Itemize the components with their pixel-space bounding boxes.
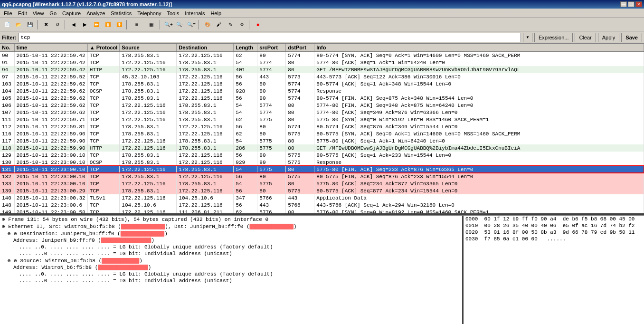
table-row[interactable]: 1392015-10-11 22:23:00.29TCP178.255.83.1… (0, 187, 644, 194)
title-bar: qq6.pcapng [Wireshark 1.12.7 (v1.12.7-0-… (0, 0, 644, 9)
table-row[interactable]: 1122015-10-11 22:22:59.81TCP178.255.83.1… (0, 123, 644, 130)
detail-line[interactable]: .... ..0. .... .... .... .... = LG bit: … (0, 244, 462, 250)
menu-go[interactable]: Go (47, 10, 59, 17)
packet-list-area[interactable]: No. time ▲ Protocol Source Destination L… (0, 44, 644, 215)
close-button[interactable]: ✕ (635, 1, 642, 7)
menu-telephony[interactable]: Telephony (134, 10, 164, 17)
cell-dstport: 5775 (286, 173, 314, 180)
cell-length: 62 (234, 130, 257, 137)
table-row[interactable]: 902015-10-11 22:22:59.42TCP178.255.83.11… (0, 52, 644, 59)
table-row[interactable]: 1062015-10-11 22:22:59.62TCP172.22.125.1… (0, 102, 644, 109)
table-row[interactable]: 1312015-10-11 22:23:00.10TCP172.22.125.1… (0, 166, 644, 173)
menu-tools[interactable]: Tools (164, 10, 182, 17)
col-header-time[interactable]: time (14, 44, 87, 52)
tb-save[interactable]: 💾 (25, 19, 35, 30)
table-row[interactable]: 1402015-10-11 22:23:00.32TLSv1172.22.125… (0, 194, 644, 201)
detail-line[interactable]: ⊖ ⊖ Source: WistroN_b6:f5:b8 (██████████… (0, 257, 462, 264)
minimize-button[interactable]: — (620, 1, 627, 7)
cell-srcport: 5766 (257, 194, 286, 201)
cell-no: 90 (0, 52, 14, 59)
col-header-srcport[interactable]: srcPort (257, 44, 286, 52)
tb-forward[interactable]: ▶ (80, 19, 90, 30)
maximize-button[interactable]: □ (628, 1, 635, 7)
menu-statistics[interactable]: Statistics (108, 10, 134, 17)
tb-close[interactable]: ✖ (41, 19, 51, 30)
filter-dropdown-btn[interactable]: ▼ (523, 33, 532, 42)
detail-line[interactable]: .... ..0. .... .... .... .... = LG bit: … (0, 271, 462, 277)
tb-zoom-out[interactable]: 🔍- (175, 19, 185, 30)
tb-list2[interactable]: ▦ (144, 19, 158, 30)
table-row[interactable]: 1162015-10-11 22:22:59.90TCP178.255.83.1… (0, 130, 644, 137)
col-header-no[interactable]: No. (0, 44, 14, 52)
detail-line[interactable]: Address: WistroN_b6:f5:b8 (█████████████… (0, 264, 462, 271)
col-header-length[interactable]: Length (234, 44, 257, 52)
table-row[interactable]: 1042015-10-11 22:22:59.62OCSP178.255.83.… (0, 87, 644, 95)
table-row[interactable]: 1072015-10-11 22:22:59.62TCP172.22.125.1… (0, 109, 644, 116)
detail-line[interactable]: Address: JuniperN_b9:ff:f0 (████████████… (0, 237, 462, 244)
clear-button[interactable]: Clear (575, 33, 596, 42)
col-header-protocol[interactable]: ▲ Protocol (87, 44, 120, 52)
detail-line[interactable]: ⊕ Ethernet II, Src: wistroN_b6:f5:b8 (██… (0, 223, 462, 230)
cell-dstport: 5774 (286, 80, 314, 87)
tb-nav3[interactable]: ⏩ (91, 19, 102, 30)
expression-button[interactable]: Expression... (534, 33, 573, 42)
table-row[interactable]: 1332015-10-11 22:23:00.10TCP172.22.125.1… (0, 180, 644, 187)
table-row[interactable]: 1172015-10-11 22:22:59.90TCP172.22.125.1… (0, 137, 644, 144)
menu-internals[interactable]: Internals (182, 10, 208, 17)
cell-info: Application Data (314, 194, 644, 201)
col-header-destination[interactable]: Destination (177, 44, 234, 52)
tb-back[interactable]: ◀ (68, 19, 79, 30)
col-header-info[interactable]: Info (314, 44, 644, 52)
tb-color3[interactable]: ✎ (225, 19, 236, 30)
menu-edit[interactable]: Edit (15, 10, 30, 17)
hex-content: 0000 00 1f 12 b9 ff f0 90 a4 de b6 f5 b8… (464, 216, 644, 242)
table-row[interactable]: 1482015-10-11 22:23:00.6TCP104.25.10.617… (0, 201, 644, 209)
table-row[interactable]: 972015-10-11 22:22:59.52TCP45.32.10.1031… (0, 73, 644, 80)
tb-color1[interactable]: 🎨 (202, 19, 213, 30)
tb-zoom-fit[interactable]: 🔍= (186, 19, 197, 30)
table-row[interactable]: 1292015-10-11 22:23:00.10TCP178.255.83.1… (0, 152, 644, 159)
menu-view[interactable]: View (30, 10, 47, 17)
tb-open[interactable]: 📂 (13, 19, 24, 30)
table-row[interactable]: 1182015-10-11 22:22:59.90HTTP172.22.125.… (0, 144, 644, 152)
cell-source: 45.32.10.103 (120, 73, 177, 80)
table-row[interactable]: 942015-10-11 22:22:59.42HTTP172.22.125.1… (0, 66, 644, 73)
tb-nav4[interactable]: ⏫ (103, 19, 113, 30)
tb-new[interactable]: 📄 (2, 19, 12, 30)
cell-destination: 178.255.83.1 (177, 166, 234, 173)
table-row[interactable]: 1302015-10-11 22:23:00.10OCSP178.255.83.… (0, 159, 644, 166)
menu-file[interactable]: File (1, 10, 15, 17)
detail-line[interactable]: ⊖ ⊖ Destination: JuniperN_b9:ff:f0 (████… (0, 230, 462, 237)
tb-color4[interactable]: ⚙ (237, 19, 247, 30)
apply-button[interactable]: Apply (598, 33, 620, 42)
detail-line[interactable]: .... ...0 .... .... .... .... = IG bit: … (0, 277, 462, 284)
tb-zoom-in[interactable]: 🔍+ (163, 19, 174, 30)
cell-no: 106 (0, 102, 14, 109)
col-header-dstport[interactable]: dstPort (286, 44, 314, 52)
table-row[interactable]: 1322015-10-11 22:23:00.10TCP178.255.83.1… (0, 173, 644, 180)
table-row[interactable]: 1052015-10-11 22:22:59.62TCP178.255.83.1… (0, 95, 644, 102)
table-row[interactable]: 912015-10-11 22:22:59.42TCP172.22.125.11… (0, 59, 644, 66)
tb-color2[interactable]: 🖌 (214, 19, 224, 30)
save-button[interactable]: Save (621, 33, 642, 42)
col-header-source[interactable]: Source (120, 44, 177, 52)
table-row[interactable]: 1492015-10-11 22:23:00.58TCP172.22.125.1… (0, 209, 644, 215)
cell-time: 2015-10-11 22:23:00.58 (14, 209, 87, 215)
table-row[interactable]: 1032015-10-11 22:22:59.62TCP178.255.83.1… (0, 80, 644, 87)
table-row[interactable]: 1112015-10-11 22:22:59.71TCP172.22.125.1… (0, 116, 644, 123)
tb-list1[interactable]: ≡ (130, 19, 143, 30)
tb-nav5[interactable]: ⏬ (114, 19, 124, 30)
tb-reload[interactable]: ↺ (52, 19, 63, 30)
menu-capture[interactable]: Capture (59, 10, 84, 17)
cell-source: 172.22.125.116 (120, 109, 177, 116)
cell-length: 54 (234, 180, 257, 187)
detail-content: ⊕ Frame 131: 54 bytes on wire (432 bits)… (0, 216, 462, 284)
detail-panel[interactable]: ⊕ Frame 131: 54 bytes on wire (432 bits)… (0, 216, 464, 324)
hex-panel[interactable]: 0000 00 1f 12 b9 ff f0 90 a4 de b6 f5 b8… (464, 216, 644, 324)
tb-stop[interactable]: ■ (253, 19, 263, 30)
menu-analyze[interactable]: Analyze (84, 10, 108, 17)
filter-input[interactable] (19, 33, 521, 42)
detail-line[interactable]: ⊕ Frame 131: 54 bytes on wire (432 bits)… (0, 216, 462, 223)
menu-help[interactable]: Help (208, 10, 224, 17)
detail-line[interactable]: .... ...0 .... .... .... .... = IG bit: … (0, 250, 462, 257)
